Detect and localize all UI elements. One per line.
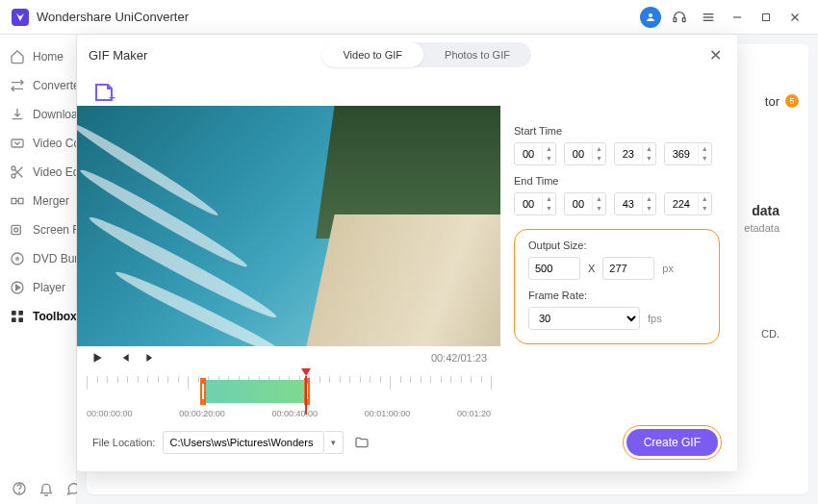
svg-rect-16 <box>18 198 23 203</box>
sidebar-item-player[interactable]: Player <box>0 273 76 302</box>
size-unit: px <box>662 263 674 274</box>
video-preview[interactable] <box>77 106 500 346</box>
sidebar-item-dvd[interactable]: DVD Burner <box>0 244 76 273</box>
sidebar-item-home[interactable]: Home <box>0 42 76 71</box>
tick-label: 00:01:20 <box>457 409 491 418</box>
end-seconds[interactable]: ▲▼ <box>614 192 656 215</box>
output-height[interactable] <box>602 257 654 280</box>
sidebar-item-merger[interactable]: Merger <box>0 187 76 215</box>
sidebar-item-label: Toolbox <box>33 310 76 323</box>
end-time-label: End Time <box>514 175 720 187</box>
bg-data-title: data <box>752 203 780 218</box>
headset-icon[interactable] <box>668 6 691 29</box>
sidebar-item-label: Home <box>33 50 64 63</box>
location-dropdown[interactable]: ▾ <box>324 431 344 454</box>
rate-unit: fps <box>648 313 662 324</box>
close-icon[interactable] <box>783 6 806 29</box>
svg-point-12 <box>12 174 15 178</box>
frame-rate-select[interactable]: 30 <box>528 307 640 330</box>
sidebar-item-downloader[interactable]: Downloader <box>0 100 76 129</box>
home-icon <box>10 49 25 64</box>
sidebar-item-converter[interactable]: Converter <box>0 71 76 100</box>
scissors-icon <box>10 164 25 180</box>
sidebar-item-compressor[interactable]: Video Compressor <box>0 129 76 158</box>
frame-rate-label: Frame Rate: <box>528 290 705 301</box>
tab-video-to-gif[interactable]: Video to GIF <box>321 42 423 67</box>
time-total: 01:23 <box>460 352 487 364</box>
download-icon <box>10 107 25 122</box>
svg-point-0 <box>649 13 652 17</box>
svg-rect-26 <box>18 317 23 322</box>
start-hours[interactable]: ▲▼ <box>514 142 556 165</box>
sidebar-item-label: Merger <box>33 194 69 208</box>
record-icon <box>10 222 25 238</box>
app-title: Wondershare UniConverter <box>37 10 189 24</box>
file-location-input[interactable] <box>163 431 324 454</box>
output-size-label: Output Size: <box>528 239 705 251</box>
sidebar-item-label: Downloader <box>33 108 76 121</box>
sidebar-item-label: Converter <box>33 79 76 92</box>
maximize-icon[interactable] <box>754 6 778 29</box>
mode-tabs: Video to GIF Photos to GIF <box>321 42 530 67</box>
close-icon[interactable]: ✕ <box>705 46 726 64</box>
tab-photos-to-gif[interactable]: Photos to GIF <box>423 42 531 67</box>
bg-data-sub: etadata <box>744 222 780 234</box>
create-gif-button[interactable]: Create GIF <box>626 429 718 456</box>
bg-label: tor <box>765 94 780 109</box>
tick-label: 00:01:00:00 <box>365 409 411 418</box>
start-ms[interactable]: ▲▼ <box>664 142 712 165</box>
start-seconds[interactable]: ▲▼ <box>614 142 656 165</box>
svg-rect-7 <box>763 13 770 20</box>
svg-point-11 <box>12 166 15 170</box>
app-logo <box>12 9 29 26</box>
gif-maker-dialog: GIF Maker Video to GIF Photos to GIF ✕ + <box>77 35 737 471</box>
open-folder-button[interactable] <box>351 432 372 453</box>
sidebar-item-label: DVD Burner <box>33 252 76 265</box>
sidebar-item-label: Video Editor <box>33 165 76 179</box>
dialog-title: GIF Maker <box>89 48 147 63</box>
end-ms[interactable]: ▲▼ <box>664 192 712 215</box>
start-handle[interactable] <box>200 378 206 405</box>
start-minutes[interactable]: ▲▼ <box>564 142 606 165</box>
user-avatar[interactable] <box>639 6 662 29</box>
end-hours[interactable]: ▲▼ <box>514 192 556 215</box>
svg-rect-25 <box>12 317 16 322</box>
svg-rect-15 <box>12 198 16 203</box>
disc-icon <box>10 251 25 266</box>
svg-rect-23 <box>12 311 16 315</box>
size-multiply: X <box>588 263 595 274</box>
output-width[interactable] <box>528 257 580 280</box>
sidebar-item-editor[interactable]: Video Editor <box>0 158 76 187</box>
play-button[interactable] <box>90 351 104 365</box>
compress-icon <box>10 136 25 151</box>
end-minutes[interactable]: ▲▼ <box>564 192 606 215</box>
tick-label: 00:00:00:00 <box>87 409 133 418</box>
selection-range[interactable] <box>203 380 304 403</box>
prev-frame-button[interactable] <box>117 351 131 365</box>
sidebar-item-toolbox[interactable]: Toolbox <box>0 302 76 331</box>
converter-icon <box>10 78 25 93</box>
menu-icon[interactable] <box>697 6 720 29</box>
svg-point-19 <box>14 228 18 232</box>
sidebar-item-recorder[interactable]: Screen Recorder <box>0 215 76 244</box>
minimize-icon[interactable] <box>726 6 749 29</box>
svg-point-21 <box>16 258 19 261</box>
next-frame-button[interactable] <box>144 351 158 365</box>
bell-icon[interactable] <box>38 481 54 496</box>
svg-point-20 <box>12 253 23 265</box>
add-media-button[interactable]: + <box>90 79 117 106</box>
svg-point-28 <box>19 492 20 493</box>
help-icon[interactable] <box>12 481 27 496</box>
start-time-label: Start Time <box>514 125 720 137</box>
sidebar-item-label: Player <box>33 281 65 294</box>
tick-label: 00:00:20:00 <box>179 409 225 418</box>
svg-rect-1 <box>674 17 677 21</box>
svg-rect-24 <box>18 311 23 315</box>
file-location-label: File Location: <box>92 437 155 448</box>
timeline[interactable]: 00:00:00:00 00:00:20:00 00:00:40:00 00:0… <box>87 376 491 416</box>
playhead[interactable] <box>301 368 311 376</box>
tick-label: 00:00:40:00 <box>271 409 318 418</box>
merge-icon <box>10 193 25 209</box>
svg-rect-2 <box>682 17 685 21</box>
badge: 5 <box>785 94 799 108</box>
